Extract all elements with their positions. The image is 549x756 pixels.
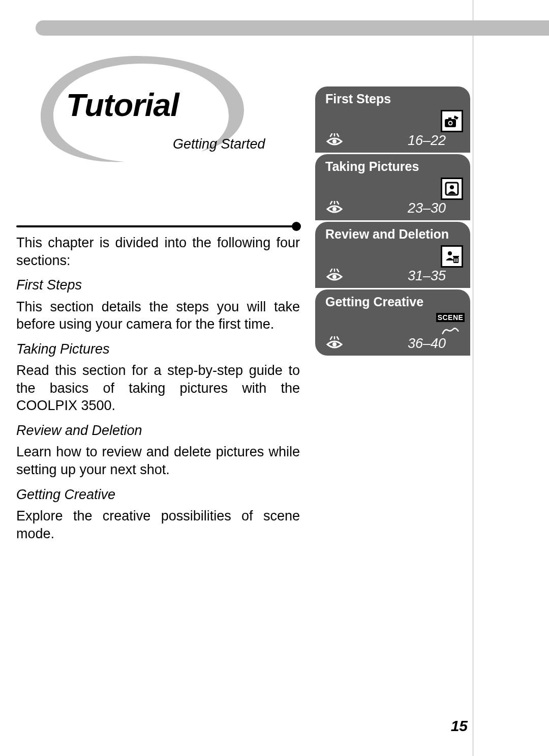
page-ref-icon <box>325 336 344 352</box>
section-text: Explore the creative possibilities of sc… <box>16 507 300 542</box>
page-ref-icon <box>325 269 344 284</box>
page-range: 31–35 <box>408 268 446 284</box>
sidebar-card-getting-creative: Getting Creative SCENE 36–40 <box>315 289 470 356</box>
section-index-sidebar: First Steps 16–22 Taking Pictures 23–30 … <box>315 86 470 356</box>
section-text: Learn how to review and delete pictures … <box>16 443 300 478</box>
page-number: 15 <box>451 717 468 735</box>
svg-point-1 <box>449 122 452 125</box>
sidebar-card-review-deletion: Review and Deletion 31–35 <box>315 222 470 288</box>
card-title: Review and Deletion <box>325 227 463 242</box>
page-range: 36–40 <box>408 336 446 352</box>
camera-hand-icon <box>441 110 463 132</box>
svg-rect-10 <box>453 256 459 257</box>
section-text: This section details the steps you will … <box>16 298 300 333</box>
svg-point-4 <box>450 185 454 189</box>
section-heading: Taking Pictures <box>16 340 300 358</box>
review-delete-icon <box>441 245 463 268</box>
svg-point-6 <box>448 251 452 255</box>
section-heading: Review and Deletion <box>16 422 300 440</box>
page-subtitle: Getting Started <box>173 136 265 152</box>
svg-rect-9 <box>456 258 458 262</box>
card-title: Getting Creative <box>325 295 463 309</box>
sidebar-card-taking-pictures: Taking Pictures 23–30 <box>315 154 470 220</box>
page-ref-icon <box>325 201 344 216</box>
page-ref-icon <box>325 133 344 149</box>
svg-rect-8 <box>454 258 455 262</box>
scene-icon: SCENE <box>438 313 463 338</box>
svg-point-12 <box>332 342 337 346</box>
body-text: This chapter is divided into the followi… <box>16 234 300 546</box>
scene-label: SCENE <box>436 313 465 322</box>
page-range: 16–22 <box>408 133 446 149</box>
card-title: Taking Pictures <box>325 159 463 174</box>
section-text: Read this section for a step-by-step gui… <box>16 362 300 415</box>
svg-point-5 <box>332 207 337 211</box>
intro-paragraph: This chapter is divided into the followi… <box>16 234 300 269</box>
page-range: 23–30 <box>408 200 446 216</box>
svg-point-11 <box>332 275 337 279</box>
svg-point-2 <box>332 139 337 143</box>
section-divider <box>16 224 301 228</box>
portrait-icon <box>441 178 463 200</box>
section-heading: First Steps <box>16 276 300 294</box>
card-title: First Steps <box>325 92 463 106</box>
sidebar-card-first-steps: First Steps 16–22 <box>315 86 470 153</box>
header-bar <box>36 20 549 36</box>
section-heading: Getting Creative <box>16 486 300 504</box>
svg-rect-7 <box>453 257 459 263</box>
page-title: Tutorial <box>66 86 179 123</box>
page-edge-shadow <box>473 0 549 756</box>
